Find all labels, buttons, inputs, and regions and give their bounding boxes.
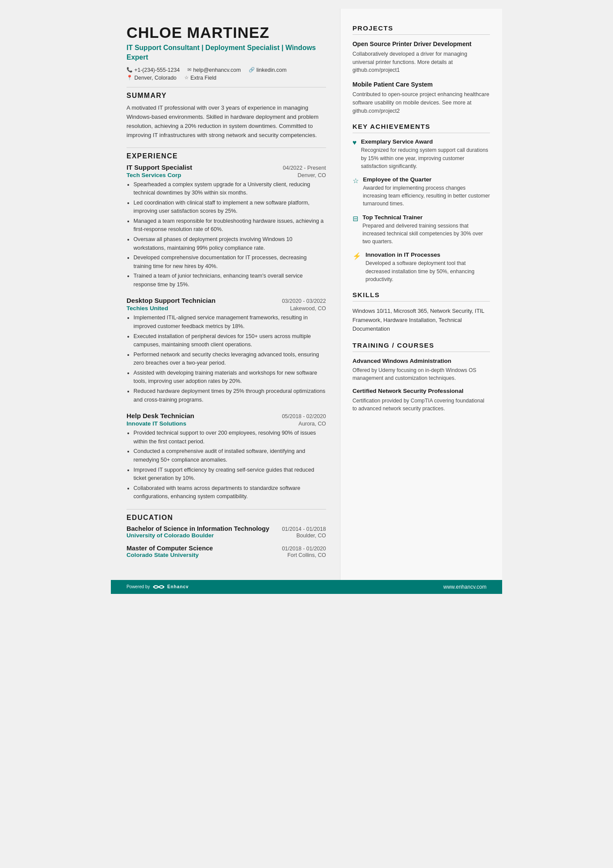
achievements-section: KEY ACHIEVEMENTS ♥ Exemplary Service Awa…	[353, 123, 490, 283]
job-entry-0: IT Support Specialist 04/2022 - Present …	[127, 164, 326, 289]
job-dates-0: 04/2022 - Present	[283, 165, 326, 171]
location-icon: 📍	[127, 75, 133, 80]
edu-dates-1: 01/2018 - 01/2020	[282, 546, 326, 552]
bullet: Executed installation of peripheral devi…	[133, 332, 326, 349]
job-bullets-2: Provided technical support to over 200 e…	[127, 429, 326, 501]
bullet: Trained a team of junior technicians, en…	[133, 272, 326, 289]
footer: Powered by Enhancv www.enhancv.com	[111, 580, 502, 594]
job-location-2: Aurora, CO	[299, 421, 326, 427]
training-entry-1: Certified Network Security Professional …	[353, 387, 490, 412]
achievement-title-3: Innovation in IT Processes	[366, 251, 490, 258]
achievement-desc-3: Developed a software deployment tool tha…	[366, 259, 490, 283]
job-bullets-0: Spearheaded a complex system upgrade for…	[127, 181, 326, 289]
projects-title: PROJECTS	[353, 24, 490, 32]
edu-degree-1: Master of Computer Science	[127, 545, 213, 552]
edu-dates-0: 01/2014 - 01/2018	[282, 526, 326, 532]
job-company-0: Tech Services Corp	[127, 172, 181, 178]
experience-section: EXPERIENCE IT Support Specialist 04/2022…	[127, 147, 326, 501]
projects-section: PROJECTS Open Source Printer Driver Deve…	[353, 24, 490, 115]
phone-number: +1-(234)-555-1234	[134, 67, 180, 73]
star-icon: ☆	[184, 75, 189, 80]
bullet: Led coordination with clinical staff to …	[133, 199, 326, 216]
bullet: Performed network and security checks le…	[133, 351, 326, 368]
job-location-0: Denver, CO	[298, 172, 326, 178]
linkedin-icon: 🔗	[249, 67, 255, 73]
linkedin-contact: 🔗 linkedin.com	[249, 67, 287, 73]
bullet: Improved IT support efficiency by creati…	[133, 466, 326, 483]
edu-entry-1: Master of Computer Science 01/2018 - 01/…	[127, 545, 326, 558]
bullet: Spearheaded a complex system upgrade for…	[133, 181, 326, 198]
job-dates-2: 05/2018 - 02/2020	[282, 413, 326, 419]
edu-school-1: Colorado State University	[127, 552, 199, 558]
achievement-2: ⊟ Top Technical Trainer Prepared and del…	[353, 214, 490, 246]
achievement-1: ☆ Employee of the Quarter Awarded for im…	[353, 176, 490, 208]
education-title: EDUCATION	[127, 514, 326, 522]
brand-name: Enhancv	[167, 584, 189, 589]
training-section: TRAINING / COURSES Advanced Windows Admi…	[353, 342, 490, 413]
skills-section: SKILLS Windows 10/11, Microsoft 365, Net…	[353, 291, 490, 333]
job-title-1: Desktop Support Technician	[127, 297, 216, 304]
training-entry-0: Advanced Windows Administration Offered …	[353, 357, 490, 382]
job-company-1: Techies United	[127, 305, 168, 312]
project-entry-0: Open Source Printer Driver Development C…	[353, 40, 490, 74]
email-address: help@enhancv.com	[193, 67, 240, 73]
email-contact: ✉ help@enhancv.com	[187, 67, 240, 73]
contact-row: 📞 +1-(234)-555-1234 ✉ help@enhancv.com 🔗…	[127, 67, 326, 81]
job-bullets-1: Implemented ITIL-aligned service managem…	[127, 314, 326, 404]
skills-title: SKILLS	[353, 291, 490, 298]
experience-title: EXPERIENCE	[127, 152, 326, 160]
job-dates-1: 03/2020 - 03/2022	[282, 298, 326, 304]
phone-contact: 📞 +1-(234)-555-1234	[127, 67, 180, 73]
achievement-title-2: Top Technical Trainer	[363, 214, 490, 221]
resume-header: CHLOE MARTINEZ IT Support Consultant | D…	[127, 24, 326, 81]
edu-location-1: Fort Collins, CO	[287, 552, 326, 558]
achievement-3: ⚡ Innovation in IT Processes Developed a…	[353, 251, 490, 283]
job-entry-1: Desktop Support Technician 03/2020 - 03/…	[127, 297, 326, 404]
achievement-0: ♥ Exemplary Service Award Recognized for…	[353, 138, 490, 170]
achievement-icon-3: ⚡	[353, 252, 361, 260]
bullet: Developed comprehensive documentation fo…	[133, 254, 326, 271]
training-course-title-1: Certified Network Security Professional	[353, 387, 490, 395]
location-contact: 📍 Denver, Colorado	[127, 75, 177, 81]
candidate-title: IT Support Consultant | Deployment Speci…	[127, 43, 326, 63]
linkedin-url: linkedin.com	[257, 67, 287, 73]
achievement-desc-2: Prepared and delivered training sessions…	[363, 222, 490, 246]
bullet: Reduced hardware deployment times by 25%…	[133, 387, 326, 404]
edu-school-0: University of Colorado Boulder	[127, 532, 214, 539]
bullet: Collaborated with teams across departmen…	[133, 484, 326, 501]
location-text: Denver, Colorado	[134, 75, 177, 81]
achievement-title-0: Exemplary Service Award	[361, 138, 490, 145]
bullet: Provided technical support to over 200 e…	[133, 429, 326, 446]
skills-text: Windows 10/11, Microsoft 365, Network Se…	[353, 307, 490, 333]
project-title-1: Mobile Patient Care System	[353, 80, 490, 89]
achievement-desc-0: Recognized for reducing system support c…	[361, 146, 490, 170]
enhancv-logo-icon	[153, 583, 165, 590]
achievement-desc-1: Awarded for implementing process changes…	[363, 184, 490, 208]
project-desc-1: Contributed to open-source project enhan…	[353, 90, 490, 115]
achievement-icon-0: ♥	[353, 139, 357, 147]
bullet: Managed a team responsible for troublesh…	[133, 217, 326, 234]
summary-text: A motivated IT professional with over 3 …	[127, 103, 326, 140]
edu-entry-0: Bachelor of Science in Information Techn…	[127, 525, 326, 539]
extra-field-text: Extra Field	[190, 75, 217, 81]
project-title-0: Open Source Printer Driver Development	[353, 40, 490, 48]
edu-degree-0: Bachelor of Science in Information Techn…	[127, 525, 270, 532]
job-location-1: Lakewood, CO	[290, 305, 326, 312]
training-title: TRAINING / COURSES	[353, 342, 490, 349]
bullet: Oversaw all phases of deployment project…	[133, 235, 326, 252]
footer-website: www.enhancv.com	[443, 584, 486, 590]
summary-title: SUMMARY	[127, 92, 326, 100]
bullet: Assisted with developing training materi…	[133, 369, 326, 386]
education-section: EDUCATION Bachelor of Science in Informa…	[127, 509, 326, 558]
powered-by-label: Powered by	[127, 584, 150, 589]
extra-field-contact: ☆ Extra Field	[184, 75, 217, 81]
achievement-title-1: Employee of the Quarter	[363, 176, 490, 183]
summary-section: SUMMARY A motivated IT professional with…	[127, 87, 326, 140]
edu-location-0: Boulder, CO	[297, 533, 326, 539]
project-entry-1: Mobile Patient Care System Contributed t…	[353, 80, 490, 115]
training-desc-1: Certification provided by CompTIA coveri…	[353, 397, 490, 412]
job-title-2: Help Desk Technician	[127, 412, 194, 419]
training-course-title-0: Advanced Windows Administration	[353, 357, 490, 365]
achievement-icon-1: ☆	[353, 177, 359, 185]
training-desc-0: Offered by Udemy focusing on in-depth Wi…	[353, 366, 490, 382]
